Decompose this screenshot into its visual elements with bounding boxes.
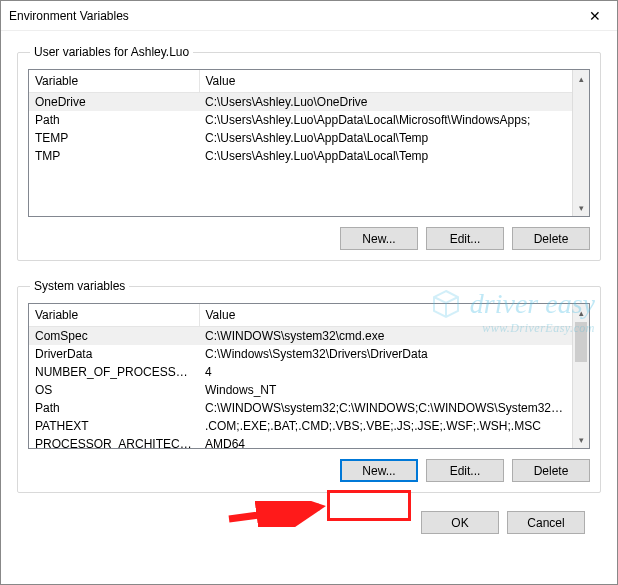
scroll-thumb[interactable]: [575, 322, 587, 362]
close-button[interactable]: ✕: [572, 1, 617, 31]
var-value: C:\Users\Ashley.Luo\AppData\Local\Micros…: [199, 111, 572, 129]
system-delete-button[interactable]: Delete: [512, 459, 590, 482]
var-name: TMP: [29, 147, 199, 165]
var-value: .COM;.EXE;.BAT;.CMD;.VBS;.VBE;.JS;.JSE;.…: [199, 417, 572, 435]
var-value: C:\WINDOWS\system32;C:\WINDOWS;C:\WINDOW…: [199, 399, 572, 417]
cancel-button[interactable]: Cancel: [507, 511, 585, 534]
user-col-variable[interactable]: Variable: [29, 70, 199, 93]
table-row[interactable]: TEMP C:\Users\Ashley.Luo\AppData\Local\T…: [29, 129, 572, 147]
table-row[interactable]: OneDrive C:\Users\Ashley.Luo\OneDrive: [29, 93, 572, 112]
user-col-value[interactable]: Value: [199, 70, 572, 93]
system-edit-button[interactable]: Edit...: [426, 459, 504, 482]
var-name: PATHEXT: [29, 417, 199, 435]
titlebar: Environment Variables ✕: [1, 1, 617, 31]
table-row[interactable]: Path C:\WINDOWS\system32;C:\WINDOWS;C:\W…: [29, 399, 572, 417]
scroll-down-icon[interactable]: ▾: [573, 431, 589, 448]
user-scrollbar[interactable]: ▴ ▾: [572, 70, 589, 216]
user-delete-button[interactable]: Delete: [512, 227, 590, 250]
scroll-down-icon[interactable]: ▾: [573, 199, 589, 216]
var-name: OS: [29, 381, 199, 399]
system-variables-group: System variables Variable Value ComSpec: [17, 279, 601, 493]
var-name: TEMP: [29, 129, 199, 147]
sys-col-value[interactable]: Value: [199, 304, 572, 327]
system-variables-table-wrap: Variable Value ComSpec C:\WINDOWS\system…: [28, 303, 590, 449]
var-name: ComSpec: [29, 327, 199, 346]
var-value: C:\Users\Ashley.Luo\OneDrive: [199, 93, 572, 112]
table-row[interactable]: NUMBER_OF_PROCESSORS 4: [29, 363, 572, 381]
var-value: C:\Windows\System32\Drivers\DriverData: [199, 345, 572, 363]
user-variables-group: User variables for Ashley.Luo Variable V…: [17, 45, 601, 261]
table-row[interactable]: PATHEXT .COM;.EXE;.BAT;.CMD;.VBS;.VBE;.J…: [29, 417, 572, 435]
system-scrollbar[interactable]: ▴ ▾: [572, 304, 589, 448]
var-name: PROCESSOR_ARCHITECTURE: [29, 435, 199, 448]
system-variables-table[interactable]: Variable Value ComSpec C:\WINDOWS\system…: [29, 304, 572, 448]
sys-col-variable[interactable]: Variable: [29, 304, 199, 327]
table-row[interactable]: DriverData C:\Windows\System32\Drivers\D…: [29, 345, 572, 363]
user-new-button[interactable]: New...: [340, 227, 418, 250]
window-title: Environment Variables: [9, 9, 129, 23]
user-edit-button[interactable]: Edit...: [426, 227, 504, 250]
dialog-body: User variables for Ashley.Luo Variable V…: [1, 31, 617, 546]
var-value: C:\WINDOWS\system32\cmd.exe: [199, 327, 572, 346]
var-value: C:\Users\Ashley.Luo\AppData\Local\Temp: [199, 147, 572, 165]
user-variables-legend: User variables for Ashley.Luo: [30, 45, 193, 59]
var-name: OneDrive: [29, 93, 199, 112]
var-value: Windows_NT: [199, 381, 572, 399]
var-value: C:\Users\Ashley.Luo\AppData\Local\Temp: [199, 129, 572, 147]
table-row[interactable]: ComSpec C:\WINDOWS\system32\cmd.exe: [29, 327, 572, 346]
table-row[interactable]: OS Windows_NT: [29, 381, 572, 399]
var-name: Path: [29, 111, 199, 129]
user-variables-table-wrap: Variable Value OneDrive C:\Users\Ashley.…: [28, 69, 590, 217]
system-variables-legend: System variables: [30, 279, 129, 293]
system-new-button[interactable]: New...: [340, 459, 418, 482]
close-icon: ✕: [589, 8, 601, 24]
table-row[interactable]: PROCESSOR_ARCHITECTURE AMD64: [29, 435, 572, 448]
var-value: AMD64: [199, 435, 572, 448]
ok-button[interactable]: OK: [421, 511, 499, 534]
scroll-up-icon[interactable]: ▴: [573, 304, 589, 321]
var-name: NUMBER_OF_PROCESSORS: [29, 363, 199, 381]
table-row[interactable]: TMP C:\Users\Ashley.Luo\AppData\Local\Te…: [29, 147, 572, 165]
var-name: Path: [29, 399, 199, 417]
table-row[interactable]: Path C:\Users\Ashley.Luo\AppData\Local\M…: [29, 111, 572, 129]
user-variables-table[interactable]: Variable Value OneDrive C:\Users\Ashley.…: [29, 70, 572, 165]
var-name: DriverData: [29, 345, 199, 363]
var-value: 4: [199, 363, 572, 381]
scroll-up-icon[interactable]: ▴: [573, 70, 589, 87]
